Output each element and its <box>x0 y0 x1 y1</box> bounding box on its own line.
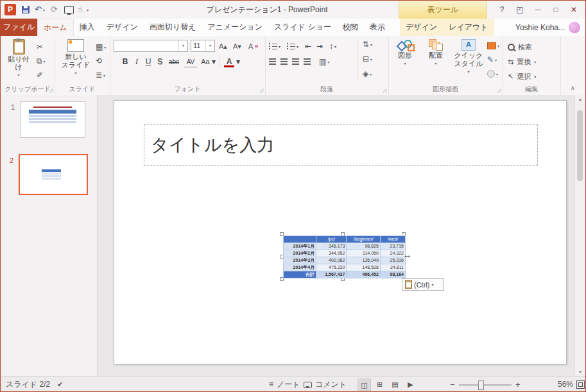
fit-to-window-button[interactable] <box>576 380 585 389</box>
shape-outline-button[interactable]: ✎ ▾ <box>487 54 497 65</box>
find-button[interactable]: 検索 <box>508 41 532 53</box>
shape-fill-button[interactable]: ▾ <box>487 40 499 51</box>
pasted-table-object[interactable]: /pc/ /beginner/ /web/ 2014年1月 345,173 98… <box>280 232 406 281</box>
tab-view[interactable]: 表示 <box>364 19 391 36</box>
ribbon-display-options-button[interactable]: ◰ <box>512 1 528 19</box>
tab-design[interactable]: デザイン <box>101 19 144 36</box>
account-chip[interactable]: Yoshie Koha... <box>515 19 580 36</box>
shapes-button[interactable]: 図形 ▾ <box>390 39 420 67</box>
bullets-button[interactable]: ▾ <box>269 40 280 52</box>
collapse-ribbon-button[interactable]: ∧ <box>571 85 575 91</box>
shrink-font-button[interactable]: A▾ <box>233 40 241 52</box>
font-color-button[interactable]: A <box>224 57 234 67</box>
slide-layout-button[interactable]: ▦ ▾ <box>96 41 106 53</box>
decrease-indent-button[interactable]: ⇤ <box>305 40 311 52</box>
normal-view-button[interactable]: ◫ <box>358 379 371 391</box>
minimize-button[interactable]: ─ <box>530 1 546 19</box>
tab-review[interactable]: 校閲 <box>337 19 364 36</box>
slide-sorter-view-button[interactable]: ⊞ <box>373 379 386 391</box>
character-spacing-button[interactable]: AV <box>184 57 197 67</box>
italic-button[interactable]: I <box>132 56 142 68</box>
align-center-button[interactable] <box>280 56 288 67</box>
tab-table-design[interactable]: デザイン <box>400 19 443 36</box>
data-table[interactable]: /pc/ /beginner/ /web/ 2014年1月 345,173 98… <box>283 235 406 278</box>
slideshow-view-button[interactable]: ▶ <box>404 379 417 391</box>
vertical-scrollbar[interactable]: ▲ ▼ <box>574 95 585 376</box>
thumbnail-slide-2[interactable] <box>19 154 88 195</box>
maximize-button[interactable]: □ <box>547 1 564 19</box>
text-shadow-button[interactable]: S <box>155 56 165 68</box>
line-spacing-button[interactable]: ↕ ▾ <box>329 40 336 52</box>
align-text-button[interactable]: ⊟ ▾ <box>363 53 372 65</box>
zoom-level[interactable]: 56% <box>550 377 573 392</box>
paragraph-dialog-launcher[interactable]: ◿ <box>383 88 386 93</box>
touch-mode-dropdown-icon[interactable]: ▾ <box>87 1 89 19</box>
numbering-button[interactable]: ▾ <box>287 40 298 52</box>
help-button[interactable]: ? <box>494 1 510 19</box>
paste-options-button[interactable]: (Ctrl) ▾ <box>402 278 444 291</box>
scrollbar-thumb[interactable] <box>577 110 583 181</box>
zoom-slider-thumb[interactable] <box>478 380 484 390</box>
zoom-out-button[interactable]: − <box>450 377 455 392</box>
slide-indicator[interactable]: スライド 2/2 <box>6 377 50 392</box>
clipboard-dialog-launcher[interactable]: ◿ <box>49 88 53 93</box>
shape-effects-button[interactable]: ▾ <box>487 68 498 80</box>
font-dialog-launcher[interactable]: ◿ <box>260 88 263 93</box>
undo-dropdown-icon[interactable]: ▾ <box>43 1 45 19</box>
tab-transitions[interactable]: 画面切り替え <box>144 19 202 36</box>
font-size-dropdown-icon[interactable]: ▾ <box>205 40 214 51</box>
zoom-slider-track[interactable] <box>459 384 512 386</box>
quick-styles-button[interactable]: A クイック スタイル ▾ <box>451 39 486 76</box>
paste-button[interactable]: 貼り付け ▾ <box>4 39 33 79</box>
notes-button[interactable]: ≡ ノート <box>269 377 300 392</box>
strikethrough-button[interactable]: abc <box>166 56 182 68</box>
font-name-combo[interactable]: ▾ <box>114 40 188 52</box>
underline-button[interactable]: U <box>143 56 153 68</box>
touch-mode-icon[interactable]: ☝ <box>78 1 83 19</box>
select-button[interactable]: ↖ 選択 ▾ <box>508 71 536 82</box>
align-left-button[interactable] <box>269 56 276 67</box>
reading-view-button[interactable]: ▤ <box>388 379 402 391</box>
start-slideshow-icon[interactable] <box>64 6 74 13</box>
convert-smartart-button[interactable]: ◈ ▾ <box>363 68 372 80</box>
drawing-dialog-launcher[interactable]: ◿ <box>497 88 501 93</box>
font-name-dropdown-icon[interactable]: ▾ <box>178 40 187 51</box>
slide-editing-surface[interactable]: タイトルを入力 /pc/ /beginner/ <box>114 100 567 364</box>
tab-home[interactable]: ホーム <box>37 19 74 37</box>
section-button[interactable]: ≣ ▾ <box>96 69 105 81</box>
justify-button[interactable] <box>304 56 311 67</box>
title-placeholder[interactable]: タイトルを入力 <box>144 124 538 166</box>
align-right-button[interactable] <box>292 56 299 67</box>
columns-button[interactable]: ▥ ▾ <box>319 56 329 67</box>
bold-button[interactable]: B <box>120 56 130 68</box>
text-direction-button[interactable]: ⇅ ▾ <box>363 38 372 50</box>
powerpoint-logo-icon[interactable]: P <box>4 4 16 15</box>
new-slide-button[interactable]: 新しい スライド ▾ <box>57 39 94 77</box>
undo-icon[interactable]: ↶ <box>35 1 42 19</box>
redo-icon[interactable]: ⟳ <box>51 1 58 19</box>
tab-insert[interactable]: 挿入 <box>74 19 101 36</box>
replace-button[interactable]: ⇆ 置換 ▾ <box>508 56 536 67</box>
save-icon[interactable] <box>22 6 30 13</box>
format-painter-button[interactable]: ✐ <box>37 69 43 81</box>
reset-slide-button[interactable]: ⟲ <box>96 55 102 67</box>
change-case-dropdown-icon[interactable]: ▾ <box>211 56 216 68</box>
grow-font-button[interactable]: A▴ <box>219 40 227 52</box>
zoom-in-button[interactable]: + <box>515 377 521 392</box>
tab-table-layout[interactable]: レイアウト <box>443 19 494 36</box>
close-button[interactable]: ✕ <box>565 1 582 19</box>
copy-button[interactable]: ⧉ ▾ <box>37 55 46 67</box>
spellcheck-icon[interactable]: ✔ <box>57 377 63 392</box>
thumbnail-slide-1[interactable] <box>20 101 85 138</box>
arrange-button[interactable]: 配置 ▾ <box>422 39 450 67</box>
font-size-combo[interactable]: 11 ▾ <box>191 40 215 52</box>
tab-animations[interactable]: アニメーション <box>202 19 268 36</box>
scroll-down-icon[interactable]: ▼ <box>575 370 585 374</box>
scroll-up-icon[interactable]: ▲ <box>575 97 585 101</box>
change-case-button[interactable]: Aa <box>200 56 211 68</box>
increase-indent-button[interactable]: ⇥ <box>316 40 323 52</box>
tab-file[interactable]: ファイル <box>1 19 37 36</box>
clear-formatting-button[interactable]: A <box>248 40 258 52</box>
comments-button[interactable]: コメント <box>304 377 347 392</box>
cut-button[interactable]: ✂ <box>37 41 43 53</box>
